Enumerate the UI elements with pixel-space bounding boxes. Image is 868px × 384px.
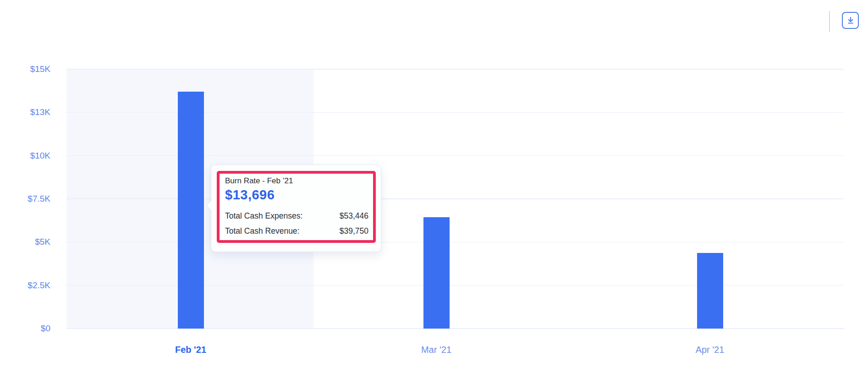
gridline <box>66 69 844 70</box>
tooltip-row-value: $53,446 <box>340 208 368 224</box>
bar-feb-21[interactable] <box>178 92 204 329</box>
x-axis-label[interactable]: Mar '21 <box>395 344 478 356</box>
burn-rate-chart-panel: $15K$13K$10K$7.5K$5K$2.5K$0 Feb '21Mar '… <box>0 0 868 384</box>
tooltip-row: Total Cash Revenue:$39,750 <box>225 224 368 239</box>
bar-apr-21[interactable] <box>697 253 723 329</box>
tooltip-row: Total Cash Expenses:$53,446 <box>225 208 368 224</box>
tooltip-rows: Total Cash Expenses:$53,446Total Cash Re… <box>225 208 368 239</box>
x-axis-label[interactable]: Apr '21 <box>669 344 751 356</box>
y-axis-tick-label: $7.5K <box>0 193 50 204</box>
tooltip-title: Burn Rate - Feb ’21 <box>225 176 368 187</box>
tooltip-value: $13,696 <box>225 187 368 203</box>
chart-tooltip: Burn Rate - Feb ’21 $13,696 Total Cash E… <box>211 165 381 252</box>
x-axis-label[interactable]: Feb '21 <box>149 344 232 356</box>
y-axis-tick-label: $0 <box>0 323 50 334</box>
tooltip-row-label: Total Cash Expenses: <box>225 208 302 224</box>
bar-mar-21[interactable] <box>423 217 450 329</box>
tooltip-row-label: Total Cash Revenue: <box>225 224 299 239</box>
y-axis-tick-label: $10K <box>0 150 50 161</box>
y-axis-tick-label: $5K <box>0 236 50 247</box>
y-axis-tick-label: $2.5K <box>0 280 50 291</box>
y-axis-tick-label: $13K <box>0 107 50 118</box>
burn-rate-chart: $15K$13K$10K$7.5K$5K$2.5K$0 Feb '21Mar '… <box>0 0 868 384</box>
tooltip-row-value: $39,750 <box>340 224 368 239</box>
annotation-highlight-box: Burn Rate - Feb ’21 $13,696 Total Cash E… <box>217 171 376 243</box>
y-axis-tick-label: $15K <box>0 64 50 75</box>
